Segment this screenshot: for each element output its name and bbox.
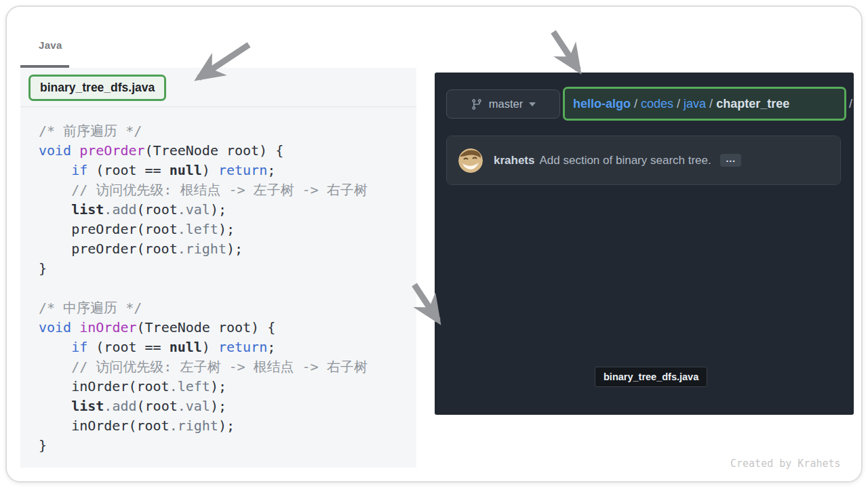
code-line: preOrder(root.left); xyxy=(39,220,416,239)
code-line: inOrder(root.left); xyxy=(39,377,416,396)
file-title-highlight-box: binary_tree_dfs.java xyxy=(28,75,166,101)
breadcrumb-separator: / xyxy=(631,97,641,110)
code-line: list.add(root.val); xyxy=(39,200,416,220)
file-title-row: binary_tree_dfs.java xyxy=(20,68,416,107)
code-line: void inOrder(TreeNode root) { xyxy=(39,318,416,338)
tab-java[interactable]: Java xyxy=(39,39,62,51)
breadcrumb-trailing-slash: / xyxy=(849,97,852,111)
code-block: /* 前序遍历 */void preOrder(TreeNode root) {… xyxy=(20,107,416,455)
code-line: } xyxy=(39,259,416,279)
branch-selector-button[interactable]: master xyxy=(446,89,560,119)
code-line: if (root == null) return; xyxy=(39,161,416,180)
file-title: binary_tree_dfs.java xyxy=(40,81,155,95)
code-line: preOrder(root.right); xyxy=(39,239,416,259)
breadcrumb-segment-hello-algo[interactable]: hello-algo xyxy=(573,97,631,110)
breadcrumb-separator: / xyxy=(673,97,684,110)
breadcrumb-highlight-box: hello-algo / codes / java / chapter_tree xyxy=(563,87,846,121)
code-line: // 访问优先级: 根结点 -> 左子树 -> 右子树 xyxy=(39,180,416,200)
commit-more-button[interactable]: … xyxy=(720,154,741,167)
avatar[interactable] xyxy=(458,148,483,173)
git-branch-icon xyxy=(471,98,483,110)
commit-container: krahets Add section of binary search tre… xyxy=(446,136,841,185)
code-panel: binary_tree_dfs.java /* 前序遍历 */void preO… xyxy=(20,68,416,468)
github-panel: master hello-algo / codes / java / chapt… xyxy=(435,73,854,415)
code-line: } xyxy=(39,436,416,455)
code-line: inOrder(root.right); xyxy=(39,416,416,436)
screenshot-root: Java binary_tree_dfs.java /* 前序遍历 */void… xyxy=(0,0,868,488)
commit-message[interactable]: Add section of binary search tree. xyxy=(539,154,711,167)
credit-text: Created by Krahets xyxy=(730,458,841,470)
breadcrumb-separator: / xyxy=(706,97,716,110)
commit-author[interactable]: krahets xyxy=(494,154,534,167)
code-line: /* 前序遍历 */ xyxy=(39,121,416,141)
branch-name: master xyxy=(489,98,523,110)
breadcrumb-segment-chapter_tree: chapter_tree xyxy=(716,97,789,110)
commit-row: krahets Add section of binary search tre… xyxy=(447,136,840,184)
code-line xyxy=(39,279,416,298)
breadcrumb: hello-algo / codes / java / chapter_tree xyxy=(573,97,789,111)
chevron-down-icon xyxy=(529,102,536,106)
code-line: void preOrder(TreeNode root) { xyxy=(39,141,416,161)
code-line: /* 中序遍历 */ xyxy=(39,298,416,318)
code-line: if (root == null) return; xyxy=(39,338,416,357)
breadcrumb-segment-codes[interactable]: codes xyxy=(641,97,673,110)
code-line: // 访问优先级: 左子树 -> 根结点 -> 右子树 xyxy=(39,357,416,377)
code-line: list.add(root.val); xyxy=(39,396,416,416)
breadcrumb-segment-java[interactable]: java xyxy=(684,97,706,110)
filename-tooltip: binary_tree_dfs.java xyxy=(595,367,707,387)
